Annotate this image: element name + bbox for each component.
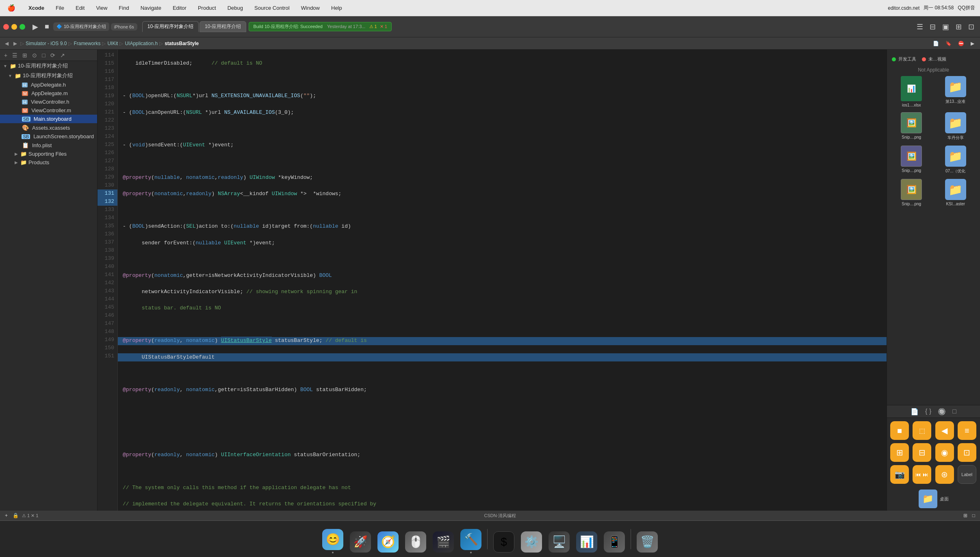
layout-toggle[interactable]: ⊞ <box>953 21 964 33</box>
widget-list[interactable]: ≡ <box>958 421 976 440</box>
dock-magnifier[interactable]: 🖱️ <box>403 525 429 553</box>
debug-toggle[interactable]: ▣ <box>940 21 952 33</box>
file-item-png-2[interactable]: 🖼️ Snip....png <box>892 146 931 174</box>
tab-1[interactable]: 10-应用程序对象介绍 <box>142 21 199 32</box>
widget-frame[interactable]: ⬚ <box>913 421 931 440</box>
breadcrumb-frameworks[interactable]: Frameworks <box>74 41 100 46</box>
sidebar-item-products[interactable]: ▶ 📁 Products <box>0 158 97 167</box>
file-item-folder-2[interactable]: 📁 车丹分享 <box>936 112 976 141</box>
dock-finder[interactable]: 😊 <box>320 525 346 553</box>
sidebar-item-launchscreen[interactable]: SB LaunchScreen.storyboard <box>0 132 97 141</box>
widget-camera[interactable]: 📷 <box>890 465 909 484</box>
layout-toggle2[interactable]: ⊡ <box>966 21 977 33</box>
sidebar-item-infoplist[interactable]: 📋 Info.plist <box>0 141 97 150</box>
widget-circle[interactable]: ◉ <box>935 443 954 462</box>
file-item-png-1[interactable]: 🖼️ Snip....png <box>892 112 931 141</box>
widget-label[interactable]: Label <box>958 465 976 484</box>
breadcrumb-simulator[interactable]: Simulator - iOS 9.0 <box>26 41 67 46</box>
refresh-button[interactable]: ⟳ <box>49 51 57 59</box>
sidebar-item-appdelegate-m[interactable]: M AppDelegate.m <box>0 89 97 98</box>
related-files[interactable]: 📄 <box>930 39 941 48</box>
file-item-xlsx[interactable]: 📊 ios1....xlsx <box>892 76 931 107</box>
sidebar-item-assets[interactable]: 🎨 Assets.xcassets <box>0 123 97 132</box>
layout-btn-1[interactable]: ⊞ <box>962 513 969 518</box>
inspector-toggle[interactable]: ⊟ <box>927 21 938 33</box>
next-issue[interactable]: ▶ <box>968 39 977 48</box>
widget-back-nav[interactable]: ◀ <box>935 421 954 440</box>
widget-tab[interactable]: ⊡ <box>958 443 976 462</box>
add-file-button[interactable]: + <box>2 51 9 59</box>
menu-xcode[interactable]: Xcode <box>26 4 47 12</box>
filter-button[interactable]: ☰ <box>11 51 19 59</box>
file-item-folder-4[interactable]: 📁 KSI...aster <box>936 179 976 206</box>
open-button[interactable]: ↗ <box>59 51 67 59</box>
dock-stats[interactable]: 📊 <box>574 525 600 553</box>
bookmark[interactable]: 🔖 <box>943 39 954 48</box>
menu-editor[interactable]: Editor <box>170 4 189 12</box>
file-item-png-3[interactable]: 🖼️ Snip....png <box>892 179 931 206</box>
menu-source-control[interactable]: Source Control <box>252 4 292 12</box>
breadcrumb-uikit[interactable]: UIKit <box>107 41 118 46</box>
menubar-qq[interactable]: QQ拼音 <box>958 4 975 11</box>
dock-simulator[interactable]: 📱 <box>601 525 627 553</box>
sidebar-item-supporting[interactable]: ▶ 📁 Supporting Files <box>0 150 97 158</box>
dock-terminal[interactable]: $ <box>491 525 517 553</box>
dock-sysprefs[interactable]: ⚙️ <box>518 525 544 553</box>
run-button[interactable]: ▶ <box>30 21 41 33</box>
device-label[interactable]: iPhone 6s <box>114 24 134 29</box>
menu-navigate[interactable]: Navigate <box>138 4 164 12</box>
sidebar-item-viewcontroller-m[interactable]: M ViewController.m <box>0 106 97 115</box>
sidebar-group[interactable]: ▼ 📁 10-应用程序对象介绍 <box>0 71 97 81</box>
close-button[interactable] <box>3 24 9 30</box>
widget-grid[interactable]: ⊞ <box>890 443 909 462</box>
fullscreen-button[interactable] <box>20 24 25 30</box>
error-indicator[interactable]: ⛔ <box>956 39 967 48</box>
breadcrumb-symbol[interactable]: statusBarStyle <box>165 41 199 46</box>
view-button[interactable]: ⊞ <box>21 51 29 59</box>
file-item-folder-1[interactable]: 📁 第13...业准 <box>936 76 976 107</box>
menu-edit[interactable]: Edit <box>73 4 87 12</box>
navigator-toggle[interactable]: ☰ <box>914 21 926 33</box>
nav-back[interactable]: ◀ <box>3 41 10 46</box>
widget-nav2[interactable]: ⊟ <box>913 443 931 462</box>
identity-btn[interactable]: 🔘 <box>936 407 947 416</box>
desktop-folder-icon[interactable]: 📁 <box>919 490 937 508</box>
file-inspector-btn[interactable]: 📄 <box>909 407 920 416</box>
widget-skip[interactable]: ⏮ ⏭ <box>913 465 931 484</box>
collapse-button[interactable]: □ <box>40 51 47 59</box>
code-content[interactable]: idleTimerDisabled; // default is NO - (B… <box>118 50 887 511</box>
dock-appstore[interactable]: 🖥️ <box>546 525 572 553</box>
dock-quicktime[interactable]: 🎬 <box>430 525 456 553</box>
dock-safari[interactable]: 🧭 <box>375 525 401 553</box>
size-btn[interactable]: □ <box>951 407 958 416</box>
breadcrumb-file[interactable]: UIApplication.h <box>125 41 158 46</box>
widget-stop[interactable]: ■ <box>890 421 909 440</box>
widget-activity[interactable]: ⊛ <box>935 465 954 484</box>
sidebar-item-main-storyboard[interactable]: SB Main.storyboard <box>0 115 97 123</box>
sidebar-item-appdelegate-h[interactable]: H AppDelegate.h <box>0 81 97 89</box>
menu-view[interactable]: View <box>93 4 110 12</box>
nav-forward[interactable]: ▶ <box>12 41 19 46</box>
dock-trash[interactable]: 🗑️ <box>634 525 660 553</box>
minimize-button[interactable] <box>11 24 17 30</box>
sidebar-project[interactable]: ▼ 📁 10-应用程序对象介绍 <box>0 61 97 71</box>
sort-button[interactable]: ⊙ <box>30 51 39 59</box>
file-item-folder-3[interactable]: 📁 07...（优化 <box>936 146 976 174</box>
apple-menu[interactable]: 🍎 <box>5 3 18 13</box>
dock-launchpad[interactable]: 🚀 <box>347 525 373 553</box>
tab-2[interactable]: 10-应用程序介绍 <box>199 21 246 32</box>
scheme-label[interactable]: 10-应用程序对象介绍 <box>64 24 106 30</box>
menu-product[interactable]: Product <box>195 4 219 12</box>
quick-help-btn[interactable]: { } <box>924 407 933 416</box>
lock-btn[interactable]: 🔒 <box>11 513 20 518</box>
sidebar-item-viewcontroller-h[interactable]: H ViewController.h <box>0 98 97 106</box>
menu-window[interactable]: Window <box>299 4 322 12</box>
menu-file[interactable]: File <box>53 4 67 12</box>
add-file-status-btn[interactable]: + <box>3 513 9 518</box>
menu-help[interactable]: Help <box>329 4 345 12</box>
stop-button[interactable]: ■ <box>42 21 52 33</box>
menu-find[interactable]: Find <box>116 4 131 12</box>
code-container[interactable]: 114 115 116 117 118 119 120 121 122 123 … <box>98 50 887 511</box>
layout-btn-2[interactable]: □ <box>971 513 977 518</box>
menu-debug[interactable]: Debug <box>225 4 245 12</box>
